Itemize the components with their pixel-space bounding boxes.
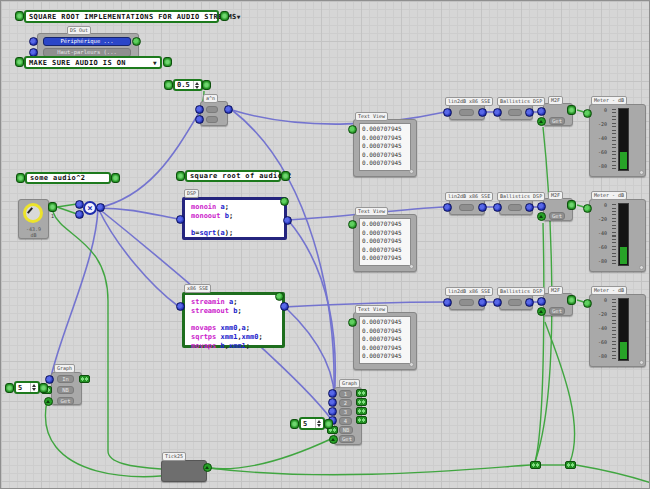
nb-left-in-connector[interactable] [5, 383, 14, 393]
lin2db1-in-connector[interactable] [443, 108, 452, 117]
pow-in-n-connector[interactable] [195, 115, 204, 124]
meter2-in-connector[interactable] [583, 204, 592, 213]
exponent-value-box[interactable]: 0.5 [173, 79, 203, 91]
m2f2-in-connector[interactable] [537, 202, 546, 211]
meter2-scale-20: -20 [593, 216, 607, 222]
lin2db1-out-connector[interactable] [478, 108, 487, 117]
tick25-module[interactable] [161, 460, 207, 482]
m2f3-in-connector[interactable] [537, 297, 546, 306]
lin2db2-out-connector[interactable] [478, 203, 487, 212]
textview1-in-connector[interactable] [348, 125, 357, 134]
sse-green-out-connector[interactable] [275, 292, 284, 301]
lin2db2-in-connector[interactable] [443, 203, 452, 212]
textview1-resize-handle[interactable] [409, 169, 414, 174]
exponent-spinner[interactable] [193, 81, 199, 89]
textview2-resize-handle[interactable] [409, 264, 414, 269]
m2f2-get-connector[interactable] [537, 212, 546, 221]
nb-bottom-out-connector[interactable] [324, 419, 333, 429]
knob-out-connector[interactable] [48, 202, 57, 212]
meter3-resize-handle[interactable] [639, 360, 644, 365]
dsp-out-connector[interactable] [283, 216, 292, 225]
pow-in-a-connector[interactable] [195, 105, 204, 114]
note-combo-out-connector[interactable] [163, 57, 172, 67]
nb-left-value: 5 [18, 384, 22, 392]
dsp-code-module[interactable]: monoin a;monoout b; b=sqrt(a); [182, 197, 287, 240]
graph-left-get-connector[interactable] [44, 397, 53, 406]
graph-bottom-in1-connector[interactable] [328, 389, 337, 398]
m2f2-out-connector[interactable] [567, 200, 576, 210]
output-label-in-connector[interactable] [176, 171, 185, 181]
graph-left-out-pair-connector[interactable] [79, 375, 90, 383]
pow-out-connector[interactable] [224, 105, 233, 114]
sse-out-connector[interactable] [280, 302, 289, 311]
nb-left-out-connector[interactable] [39, 383, 48, 393]
relay-node-2-connector[interactable] [565, 461, 576, 469]
textview1-content[interactable]: 0.0007079450.0007079450.0007079450.00070… [359, 123, 411, 171]
textview2-in-connector[interactable] [348, 220, 357, 229]
ballistics3-in-connector[interactable] [493, 298, 502, 307]
dsout-device-selected[interactable]: Périphérique ... [43, 37, 131, 46]
ballistics2-in-connector[interactable] [493, 203, 502, 212]
sse-code-module[interactable]: streamin a;streamout b; movaps xmm0,a;sq… [182, 292, 285, 348]
m2f3-get-connector[interactable] [537, 307, 546, 316]
note-combo[interactable]: MAKE SURE AUDIO IS ON ▼ [24, 56, 162, 69]
ballistics1-out-connector[interactable] [525, 108, 534, 117]
input-label-in-connector[interactable] [16, 173, 25, 183]
graph-bottom-in3-connector[interactable] [328, 407, 337, 416]
graph-bottom-out3-pair-connector[interactable] [356, 407, 367, 415]
multiply-out-connector[interactable] [96, 203, 105, 212]
lin2db3-out-connector[interactable] [478, 298, 487, 307]
m2f1-get-connector[interactable] [537, 117, 546, 126]
sse-in-connector[interactable] [176, 302, 185, 311]
tick25-out-connector[interactable] [203, 463, 212, 472]
nb-left-value-box[interactable]: 5 [14, 381, 40, 394]
gain-knob[interactable] [23, 203, 43, 223]
m2f1-in-connector[interactable] [537, 107, 546, 116]
textview3-resize-handle[interactable] [409, 362, 414, 367]
title-combo[interactable]: SQUARE ROOT IMPLEMENTATIONS FOR AUDIO ST… [24, 10, 219, 23]
exponent-in-connector[interactable] [164, 80, 173, 90]
graph-bottom-out2-pair-connector[interactable] [356, 398, 367, 406]
relay-node-1-connector[interactable] [530, 461, 541, 469]
note-combo-in-connector[interactable] [15, 57, 24, 67]
nb-bottom-in-connector[interactable] [290, 419, 299, 429]
dsout-in1-connector[interactable] [29, 37, 38, 46]
title-combo-in-connector[interactable] [15, 11, 24, 21]
exponent-out-connector[interactable] [202, 80, 211, 90]
m2f3-out-connector[interactable] [567, 295, 576, 305]
dsp-in-connector[interactable] [176, 215, 185, 224]
multiply-in2-connector[interactable] [75, 210, 84, 219]
meter3-in-connector[interactable] [583, 299, 592, 308]
output-label-box[interactable]: square root of audio^2 [185, 170, 281, 182]
title-combo-out-connector[interactable] [220, 11, 229, 21]
meter2-scale-0: 0 [593, 202, 607, 208]
meter2-resize-handle[interactable] [639, 265, 644, 270]
dsp-green-out-connector[interactable] [280, 197, 289, 206]
ballistics2-out-connector[interactable] [525, 203, 534, 212]
m2f1-out-connector[interactable] [567, 105, 576, 115]
lin2db3-in-connector[interactable] [443, 298, 452, 307]
graph-bottom-get-connector[interactable] [329, 435, 338, 444]
graph-bottom-row-3: 3 [339, 408, 352, 416]
note-combo-caret-icon: ▼ [153, 60, 157, 66]
multiply-node[interactable]: × [83, 201, 97, 215]
meter1-resize-handle[interactable] [639, 170, 644, 175]
nb-bottom-spinner[interactable] [315, 419, 321, 428]
dsout-out-connector[interactable] [132, 37, 141, 46]
output-label-out-connector[interactable] [281, 171, 290, 181]
meter1-in-connector[interactable] [583, 109, 592, 118]
graph-bottom-out1-pair-connector[interactable] [356, 389, 367, 397]
textview3-in-connector[interactable] [348, 318, 357, 327]
nb-left-spinner[interactable] [30, 383, 36, 392]
input-label-out-connector[interactable] [111, 173, 120, 183]
meter1-bar [618, 108, 629, 171]
nb-bottom-value-box[interactable]: 5 [299, 417, 325, 430]
ballistics3-out-connector[interactable] [525, 298, 534, 307]
textview2-content[interactable]: 0.0007079450.0007079450.0007079450.00070… [359, 218, 411, 266]
ballistics1-in-connector[interactable] [493, 108, 502, 117]
textview3-content[interactable]: 0.0007079450.0007079450.0007079450.00070… [359, 316, 411, 364]
flowstone-schematic-canvas[interactable]: SQUARE ROOT IMPLEMENTATIONS FOR AUDIO ST… [0, 0, 650, 489]
graph-bottom-in2-connector[interactable] [328, 398, 337, 407]
graph-bottom-out4-pair-connector[interactable] [356, 416, 367, 424]
input-label-box[interactable]: some audio^2 [25, 172, 111, 184]
